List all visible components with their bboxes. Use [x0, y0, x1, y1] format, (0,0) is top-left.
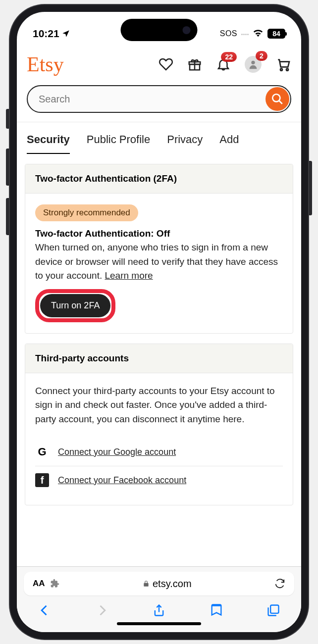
svg-point-5	[286, 69, 288, 71]
third-party-description: Connect your third-party accounts to you…	[35, 384, 283, 427]
connect-facebook-row[interactable]: f Connect your Facebook account	[35, 466, 283, 494]
search-input[interactable]	[27, 85, 291, 113]
status-time: 10:21	[33, 28, 59, 40]
bookmarks-button[interactable]	[210, 603, 223, 617]
svg-rect-8	[270, 605, 278, 613]
app-header: Etsy 22 2	[17, 47, 301, 117]
reader-button[interactable]: AA	[33, 579, 45, 589]
tab-public-profile[interactable]: Public Profile	[87, 133, 150, 154]
forward-button[interactable]	[95, 603, 109, 617]
share-button[interactable]	[152, 603, 166, 617]
annotation-highlight: Turn on 2FA	[35, 289, 115, 322]
cart-button[interactable]	[275, 56, 291, 72]
extension-icon[interactable]	[50, 579, 60, 589]
safari-chrome: AA etsy.com	[17, 566, 301, 632]
svg-point-3	[251, 61, 255, 64]
screen: 10:21 SOS 84 Etsy	[17, 12, 301, 632]
two-factor-description: When turned on, anyone who tries to sign…	[35, 241, 283, 283]
learn-more-link[interactable]: Learn more	[105, 270, 153, 281]
connect-google-link[interactable]: Connect your Google account	[58, 447, 176, 457]
lock-icon	[143, 580, 150, 587]
gift-icon	[187, 57, 202, 72]
location-icon	[61, 29, 70, 38]
two-factor-status: Two-factor Authentication: Off	[35, 228, 283, 239]
svg-point-4	[280, 69, 282, 71]
home-indicator[interactable]	[117, 622, 201, 625]
phone-frame: 10:21 SOS 84 Etsy	[10, 5, 308, 639]
wifi-icon	[253, 28, 264, 40]
favorites-button[interactable]	[159, 57, 173, 72]
notifications-badge: 22	[221, 52, 237, 62]
search-icon	[271, 93, 284, 105]
safari-toolbar	[24, 595, 294, 619]
third-party-header: Third-party accounts	[25, 344, 293, 373]
back-button[interactable]	[38, 603, 52, 617]
recommended-pill: Strongly recommended	[35, 204, 138, 221]
dynamic-island	[121, 19, 198, 41]
two-factor-header: Two-factor Authentication (2FA)	[25, 164, 293, 194]
third-party-card: Third-party accounts Connect your third-…	[25, 344, 293, 506]
search-button[interactable]	[265, 87, 289, 111]
connect-facebook-link[interactable]: Connect your Facebook account	[58, 475, 186, 486]
signal-dots-icon	[241, 34, 249, 35]
etsy-logo[interactable]: Etsy	[27, 52, 64, 76]
gift-button[interactable]	[187, 57, 202, 72]
tab-addresses[interactable]: Add	[219, 133, 239, 154]
battery-icon: 84	[267, 29, 285, 39]
svg-point-6	[272, 94, 280, 101]
google-icon: G	[35, 445, 49, 459]
tab-privacy[interactable]: Privacy	[167, 133, 203, 154]
heart-icon	[159, 57, 173, 72]
account-button[interactable]: 2	[245, 56, 262, 73]
tab-security[interactable]: Security	[27, 133, 70, 154]
settings-tabs: Security Public Profile Privacy Add	[17, 122, 301, 154]
connect-google-row[interactable]: G Connect your Google account	[35, 438, 283, 466]
notifications-button[interactable]: 22	[216, 57, 231, 72]
url-domain: etsy.com	[153, 578, 192, 590]
cart-icon	[275, 56, 291, 72]
turn-on-2fa-button[interactable]: Turn on 2FA	[40, 294, 110, 317]
reload-icon[interactable]	[274, 578, 285, 589]
url-bar[interactable]: AA etsy.com	[24, 572, 294, 595]
two-factor-card: Two-factor Authentication (2FA) Strongly…	[25, 164, 293, 334]
content-area: Security Public Profile Privacy Add Two-…	[17, 122, 301, 566]
sos-indicator: SOS	[220, 29, 237, 38]
account-badge: 2	[256, 51, 267, 61]
tabs-button[interactable]	[266, 603, 280, 617]
facebook-icon: f	[35, 473, 49, 487]
svg-line-7	[279, 100, 282, 104]
